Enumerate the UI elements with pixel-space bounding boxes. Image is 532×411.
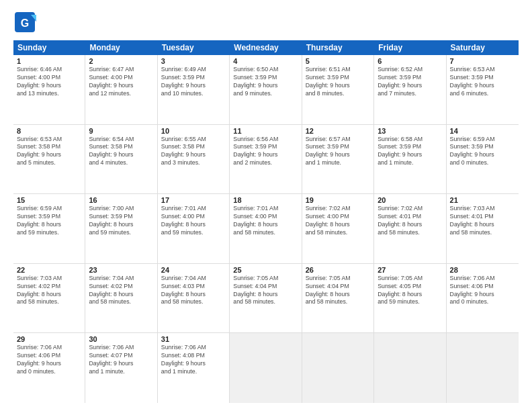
day-number: 13 bbox=[378, 127, 442, 135]
day-cell-28: 28Sunrise: 7:06 AMSunset: 4:06 PMDayligh… bbox=[447, 264, 519, 333]
day-number: 26 bbox=[306, 266, 370, 274]
day-number: 29 bbox=[17, 335, 81, 343]
day-info: Sunrise: 6:49 AMSunset: 3:59 PMDaylight:… bbox=[161, 66, 226, 98]
day-info: Sunrise: 7:03 AMSunset: 4:01 PMDaylight:… bbox=[450, 205, 515, 237]
day-info: Sunrise: 7:03 AMSunset: 4:02 PMDaylight:… bbox=[17, 275, 81, 307]
empty-cell bbox=[302, 333, 374, 403]
day-info: Sunrise: 6:58 AMSunset: 3:59 PMDaylight:… bbox=[378, 136, 442, 168]
day-info: Sunrise: 7:00 AMSunset: 3:59 PMDaylight:… bbox=[89, 205, 153, 237]
day-info: Sunrise: 6:52 AMSunset: 3:59 PMDaylight:… bbox=[378, 66, 442, 98]
day-info: Sunrise: 7:05 AMSunset: 4:05 PMDaylight:… bbox=[378, 275, 442, 307]
header-day-friday: Friday bbox=[374, 40, 446, 55]
day-cell-8: 8Sunrise: 6:53 AMSunset: 3:58 PMDaylight… bbox=[13, 125, 85, 194]
logo-icon: G bbox=[13, 11, 36, 34]
day-info: Sunrise: 6:47 AMSunset: 4:00 PMDaylight:… bbox=[89, 66, 153, 98]
day-info: Sunrise: 7:02 AMSunset: 4:00 PMDaylight:… bbox=[306, 205, 370, 237]
day-number: 7 bbox=[450, 57, 515, 65]
header-day-sunday: Sunday bbox=[13, 40, 85, 55]
calendar: SundayMondayTuesdayWednesdayThursdayFrid… bbox=[13, 40, 519, 403]
day-number: 14 bbox=[450, 127, 515, 135]
day-info: Sunrise: 7:02 AMSunset: 4:01 PMDaylight:… bbox=[378, 205, 442, 237]
day-info: Sunrise: 6:50 AMSunset: 3:59 PMDaylight:… bbox=[233, 66, 298, 98]
day-info: Sunrise: 7:06 AMSunset: 4:08 PMDaylight:… bbox=[161, 344, 226, 376]
day-info: Sunrise: 6:51 AMSunset: 3:59 PMDaylight:… bbox=[306, 66, 370, 98]
day-info: Sunrise: 6:59 AMSunset: 3:59 PMDaylight:… bbox=[450, 136, 515, 168]
day-cell-26: 26Sunrise: 7:05 AMSunset: 4:04 PMDayligh… bbox=[302, 264, 374, 333]
week-row-5: 29Sunrise: 7:06 AMSunset: 4:06 PMDayligh… bbox=[13, 333, 519, 403]
day-cell-10: 10Sunrise: 6:55 AMSunset: 3:58 PMDayligh… bbox=[158, 125, 230, 194]
week-row-2: 8Sunrise: 6:53 AMSunset: 3:58 PMDaylight… bbox=[13, 125, 519, 195]
week-row-3: 15Sunrise: 6:59 AMSunset: 3:59 PMDayligh… bbox=[13, 194, 519, 264]
day-number: 4 bbox=[233, 57, 298, 65]
day-number: 21 bbox=[450, 196, 515, 204]
day-cell-17: 17Sunrise: 7:01 AMSunset: 4:00 PMDayligh… bbox=[158, 194, 230, 263]
day-info: Sunrise: 7:01 AMSunset: 4:00 PMDaylight:… bbox=[161, 205, 226, 237]
day-cell-7: 7Sunrise: 6:53 AMSunset: 3:59 PMDaylight… bbox=[447, 55, 519, 124]
day-info: Sunrise: 7:01 AMSunset: 4:00 PMDaylight:… bbox=[233, 205, 298, 237]
day-info: Sunrise: 6:53 AMSunset: 3:58 PMDaylight:… bbox=[17, 136, 81, 168]
page: G SundayMondayTuesdayWednesdayThursdayFr… bbox=[0, 0, 532, 411]
day-number: 5 bbox=[306, 57, 370, 65]
day-number: 1 bbox=[17, 57, 81, 65]
header-day-monday: Monday bbox=[85, 40, 157, 55]
day-cell-15: 15Sunrise: 6:59 AMSunset: 3:59 PMDayligh… bbox=[13, 194, 85, 263]
day-cell-21: 21Sunrise: 7:03 AMSunset: 4:01 PMDayligh… bbox=[447, 194, 519, 263]
header-day-wednesday: Wednesday bbox=[230, 40, 302, 55]
day-info: Sunrise: 6:53 AMSunset: 3:59 PMDaylight:… bbox=[450, 66, 515, 98]
day-number: 9 bbox=[89, 127, 153, 135]
day-cell-27: 27Sunrise: 7:05 AMSunset: 4:05 PMDayligh… bbox=[374, 264, 446, 333]
day-number: 24 bbox=[161, 266, 226, 274]
day-number: 30 bbox=[89, 335, 153, 343]
day-info: Sunrise: 7:05 AMSunset: 4:04 PMDaylight:… bbox=[306, 275, 370, 307]
day-info: Sunrise: 7:06 AMSunset: 4:07 PMDaylight:… bbox=[89, 344, 153, 376]
empty-cell bbox=[447, 333, 519, 403]
day-info: Sunrise: 6:59 AMSunset: 3:59 PMDaylight:… bbox=[17, 205, 81, 237]
header-day-thursday: Thursday bbox=[302, 40, 374, 55]
logo: G bbox=[13, 11, 39, 34]
day-cell-18: 18Sunrise: 7:01 AMSunset: 4:00 PMDayligh… bbox=[230, 194, 302, 263]
day-cell-31: 31Sunrise: 7:06 AMSunset: 4:08 PMDayligh… bbox=[158, 333, 230, 403]
day-number: 19 bbox=[306, 196, 370, 204]
day-cell-29: 29Sunrise: 7:06 AMSunset: 4:06 PMDayligh… bbox=[13, 333, 85, 403]
day-number: 20 bbox=[378, 196, 442, 204]
day-info: Sunrise: 7:06 AMSunset: 4:06 PMDaylight:… bbox=[17, 344, 81, 376]
day-cell-12: 12Sunrise: 6:57 AMSunset: 3:59 PMDayligh… bbox=[302, 125, 374, 194]
day-info: Sunrise: 7:04 AMSunset: 4:03 PMDaylight:… bbox=[161, 275, 226, 307]
day-cell-1: 1Sunrise: 6:46 AMSunset: 4:00 PMDaylight… bbox=[13, 55, 85, 124]
day-number: 18 bbox=[233, 196, 298, 204]
day-cell-20: 20Sunrise: 7:02 AMSunset: 4:01 PMDayligh… bbox=[374, 194, 446, 263]
day-info: Sunrise: 6:46 AMSunset: 4:00 PMDaylight:… bbox=[17, 66, 81, 98]
day-number: 12 bbox=[306, 127, 370, 135]
day-cell-4: 4Sunrise: 6:50 AMSunset: 3:59 PMDaylight… bbox=[230, 55, 302, 124]
day-number: 25 bbox=[233, 266, 298, 274]
calendar-body: 1Sunrise: 6:46 AMSunset: 4:00 PMDaylight… bbox=[13, 55, 519, 403]
day-cell-14: 14Sunrise: 6:59 AMSunset: 3:59 PMDayligh… bbox=[447, 125, 519, 194]
day-cell-23: 23Sunrise: 7:04 AMSunset: 4:02 PMDayligh… bbox=[85, 264, 157, 333]
empty-cell bbox=[230, 333, 302, 403]
day-info: Sunrise: 7:06 AMSunset: 4:06 PMDaylight:… bbox=[450, 275, 515, 307]
day-number: 6 bbox=[378, 57, 442, 65]
day-cell-24: 24Sunrise: 7:04 AMSunset: 4:03 PMDayligh… bbox=[158, 264, 230, 333]
day-info: Sunrise: 6:57 AMSunset: 3:59 PMDaylight:… bbox=[306, 136, 370, 168]
day-number: 2 bbox=[89, 57, 153, 65]
svg-text:G: G bbox=[21, 17, 29, 29]
day-info: Sunrise: 6:54 AMSunset: 3:58 PMDaylight:… bbox=[89, 136, 153, 168]
day-number: 15 bbox=[17, 196, 81, 204]
day-info: Sunrise: 6:55 AMSunset: 3:58 PMDaylight:… bbox=[161, 136, 226, 168]
week-row-1: 1Sunrise: 6:46 AMSunset: 4:00 PMDaylight… bbox=[13, 55, 519, 125]
day-cell-16: 16Sunrise: 7:00 AMSunset: 3:59 PMDayligh… bbox=[85, 194, 157, 263]
day-cell-3: 3Sunrise: 6:49 AMSunset: 3:59 PMDaylight… bbox=[158, 55, 230, 124]
header-day-tuesday: Tuesday bbox=[158, 40, 230, 55]
week-row-4: 22Sunrise: 7:03 AMSunset: 4:02 PMDayligh… bbox=[13, 264, 519, 334]
day-cell-6: 6Sunrise: 6:52 AMSunset: 3:59 PMDaylight… bbox=[374, 55, 446, 124]
day-number: 8 bbox=[17, 127, 81, 135]
day-cell-19: 19Sunrise: 7:02 AMSunset: 4:00 PMDayligh… bbox=[302, 194, 374, 263]
day-info: Sunrise: 7:04 AMSunset: 4:02 PMDaylight:… bbox=[89, 275, 153, 307]
header-day-saturday: Saturday bbox=[447, 40, 519, 55]
day-cell-13: 13Sunrise: 6:58 AMSunset: 3:59 PMDayligh… bbox=[374, 125, 446, 194]
day-number: 31 bbox=[161, 335, 226, 343]
calendar-header: SundayMondayTuesdayWednesdayThursdayFrid… bbox=[13, 40, 519, 55]
day-cell-9: 9Sunrise: 6:54 AMSunset: 3:58 PMDaylight… bbox=[85, 125, 157, 194]
header: G bbox=[13, 11, 519, 34]
day-number: 23 bbox=[89, 266, 153, 274]
